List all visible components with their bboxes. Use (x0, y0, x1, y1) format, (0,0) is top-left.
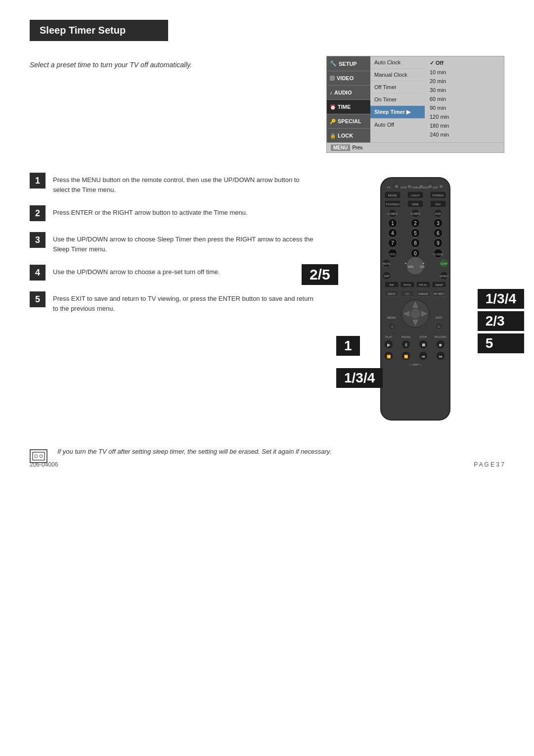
svg-text:TV/VIDEO: TV/VIDEO (386, 203, 400, 206)
svg-point-8 (429, 185, 432, 188)
footer-left: 206-04006 (30, 461, 58, 468)
prev-label: Prev. (352, 145, 363, 150)
step-3-text: Use the UP/DOWN arrow to choose Sleep Ti… (53, 232, 316, 254)
nav-lock: 🔒 LOCK (327, 129, 370, 142)
svg-text:◁: ◁ (391, 325, 393, 328)
note-icon-svg (32, 451, 45, 461)
tv-menu-options: Auto Clock Manual Clock Off Timer On Tim… (370, 56, 425, 142)
nav-special: 🔑 SPECIAL (327, 114, 370, 129)
svg-text:DVD: DVD (423, 186, 429, 189)
tv-menu-nav: 🔧 SETUP VIDEO ♪ AUDIO ⏰ TIME (327, 56, 370, 142)
svg-text:SIDE: SIDE (412, 203, 419, 206)
note-icon: ♪ (330, 90, 332, 95)
svg-text:VCR: VCR (400, 186, 407, 189)
nav-audio-label: AUDIO (334, 90, 352, 95)
opt-on-timer: On Timer (370, 94, 425, 106)
svg-text:3: 3 (437, 221, 440, 226)
opt-off-timer: Off Timer (370, 81, 425, 94)
badge-1-label: 1 (336, 336, 360, 356)
val-120min: 120 min (428, 112, 501, 121)
svg-text:RECORD: RECORD (435, 335, 446, 338)
opt-auto-clock: Auto Clock (370, 56, 425, 69)
step-3-badge: 3 (30, 232, 45, 248)
svg-text:6: 6 (437, 231, 440, 236)
svg-point-2 (395, 185, 398, 188)
nav-time-label: TIME (338, 104, 351, 110)
wrench-icon: 🔧 (330, 60, 337, 67)
svg-text:4: 4 (391, 231, 394, 236)
badge-bottom-1-3-4: 1/3/4 (336, 368, 383, 388)
intro-text: Select a preset time to turn your TV off… (30, 56, 307, 69)
remote-control: TV VCR CABLE DVD SAT MODE LIGHT (371, 173, 460, 432)
svg-text:SAP: SAP (384, 275, 389, 278)
svg-text:DVI: DVI (436, 203, 441, 206)
svg-text:EXIT: EXIT (436, 316, 443, 319)
steps-container: 1 Press the MENU button on the remote co… (30, 173, 316, 324)
svg-text:STOP: STOP (420, 335, 427, 338)
svg-text:POWER: POWER (433, 194, 444, 197)
opt-sleep-timer: Sleep Timer ▶ (370, 106, 425, 119)
svg-text:PLAY: PLAY (385, 335, 392, 338)
nav-setup: 🔧 SETUP (327, 56, 370, 71)
step-2-text: Press ENTER or the RIGHT arrow button to… (53, 205, 248, 218)
svg-text:GUIDE: GUIDE (433, 253, 443, 256)
svg-text:PPCH+: PPCH+ (419, 284, 428, 286)
badge-2-3-label: 2/3 (478, 311, 524, 331)
tv-menu: 🔧 SETUP VIDEO ♪ AUDIO ⏰ TIME (326, 56, 504, 153)
clock-icon: ⏰ (330, 104, 336, 110)
nav-video: VIDEO (327, 71, 370, 86)
svg-point-10 (440, 185, 443, 188)
svg-text:SAT: SAT (433, 186, 439, 189)
step-4-row: 4 Use the UP/DOWN arrow to choose a pre-… (30, 265, 316, 281)
svg-text:2: 2 (414, 221, 417, 226)
nav-special-label: SPECIAL (338, 118, 361, 124)
val-30min: 30 min (428, 86, 501, 94)
badge-right-group: 1/3/4 2/3 5 (478, 289, 524, 353)
svg-text:8: 8 (414, 240, 417, 246)
svg-text:SURF: SURF (441, 262, 448, 265)
svg-text:⏭: ⏭ (439, 355, 443, 358)
svg-text:FREEZE: FREEZE (418, 292, 428, 295)
svg-text:▶: ▶ (387, 342, 391, 347)
svg-text:— SKIP —: — SKIP — (409, 363, 422, 366)
step-5-text: Press EXIT to save and return to TV view… (53, 291, 316, 313)
svg-text:PPCH-: PPCH- (403, 284, 411, 286)
step-5-badge: 5 (30, 291, 45, 307)
badge-2-5-label: 2/5 (302, 264, 338, 285)
svg-text:0: 0 (414, 251, 417, 256)
svg-text:LIGHT: LIGHT (411, 194, 420, 197)
tv-menu-values: Off 10 min 20 min 30 min 60 min 90 min 1… (425, 56, 504, 142)
step-3-row: 3 Use the UP/DOWN arrow to choose Sleep … (30, 232, 316, 254)
svg-point-116 (35, 455, 38, 458)
svg-text:5: 5 (414, 231, 417, 236)
note-text: If you turn the TV off after setting sle… (57, 447, 331, 457)
nav-time: ⏰ TIME (327, 100, 370, 114)
page-title: Sleep Timer Setup (30, 20, 168, 41)
svg-text:7: 7 (391, 240, 394, 246)
page-footer: 206-04006 P A G E 3 7 (30, 461, 504, 468)
step-4-text: Use the UP/DOWN arrow to choose a pre-se… (53, 265, 220, 277)
svg-text:RATIO: RATIO (388, 292, 396, 295)
svg-text:9: 9 (437, 240, 440, 246)
val-20min: 20 min (428, 77, 501, 86)
step-2-badge: 2 (30, 205, 45, 221)
badge-1-3-4-label: 1/3/4 (478, 289, 524, 309)
menu-tag: MENU (331, 144, 350, 151)
svg-text:VOL: VOL (408, 265, 414, 268)
step-2-row: 2 Press ENTER or the RIGHT arrow button … (30, 205, 316, 221)
val-240min: 240 min (428, 130, 501, 139)
step-1-row: 1 Press the MENU button on the remote co… (30, 173, 316, 194)
svg-text:PIP: PIP (390, 284, 394, 286)
svg-text:⏺: ⏺ (439, 343, 443, 347)
svg-text:PIP INPUT: PIP INPUT (434, 293, 445, 295)
svg-text:COMP1: COMP1 (388, 212, 398, 215)
square-icon (330, 76, 335, 81)
opt-manual-clock: Manual Clock (370, 69, 425, 81)
svg-text:1: 1 (391, 221, 394, 226)
nav-setup-label: SETUP (339, 61, 357, 67)
svg-point-87 (410, 309, 420, 319)
svg-point-117 (40, 455, 43, 458)
svg-text:⏸: ⏸ (404, 342, 408, 347)
step-5-row: 5 Press EXIT to save and return to TV vi… (30, 291, 316, 313)
val-60min: 60 min (428, 94, 501, 103)
